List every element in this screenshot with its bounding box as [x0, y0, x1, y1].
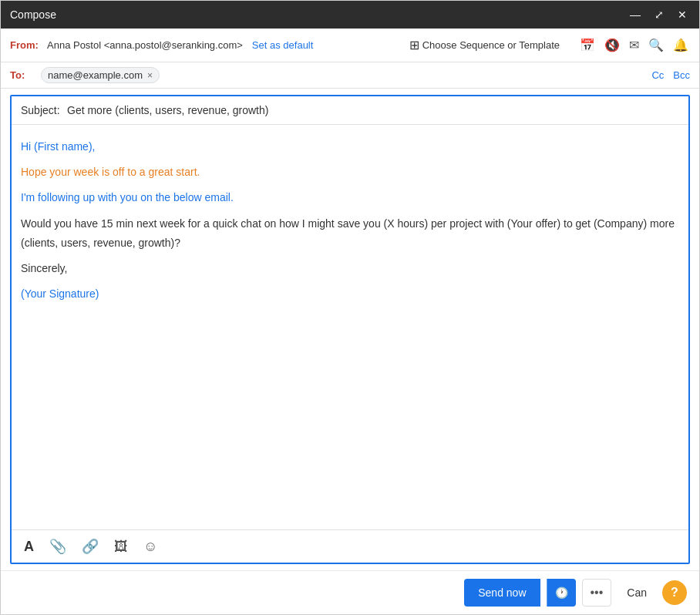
hope-line: Hope your week is off to a great start. [21, 163, 679, 182]
window-title: Compose [10, 8, 56, 21]
sequence-template-button[interactable]: ⊞ Choose Sequence or Template [403, 35, 566, 55]
formatting-toolbar: A 📎 🔗 🖼 ☺ [12, 529, 688, 563]
to-row: To: name@example.com × Cc Bcc [1, 62, 699, 89]
attach-button[interactable]: 📎 [46, 536, 69, 556]
recipient-chip: name@example.com × [41, 67, 160, 83]
set-as-default-link[interactable]: Set as default [252, 39, 314, 51]
cc-button[interactable]: Cc [651, 69, 664, 81]
notification-icon[interactable]: 🔔 [671, 36, 690, 54]
window-controls: — ⤢ ✕ [627, 8, 690, 22]
font-button[interactable]: A [21, 537, 37, 556]
to-label: To: [10, 69, 41, 81]
greeting-line: Hi (First name), [21, 137, 679, 156]
bcc-button[interactable]: Bcc [673, 69, 690, 81]
compose-window: Compose — ⤢ ✕ From: Anna Postol <anna.po… [0, 0, 700, 615]
maximize-button[interactable]: ⤢ [651, 8, 667, 22]
send-now-button[interactable]: Send now [464, 579, 540, 607]
font-icon: A [24, 539, 34, 555]
help-badge[interactable]: ? [662, 580, 687, 605]
stack-icon: ⊞ [409, 38, 419, 52]
from-label: From: [10, 39, 41, 51]
bottom-bar: Send now 🕐 ••• Can ? [1, 570, 699, 614]
subject-label: Subject: [21, 104, 67, 116]
minimize-button[interactable]: — [627, 8, 644, 22]
email-body-content[interactable]: Hi (First name), Hope your week is off t… [12, 125, 688, 529]
sincerely-line: Sincerely, [21, 259, 679, 278]
question-line: Would you have 15 min next week for a qu… [21, 214, 679, 253]
search-icon[interactable]: 🔍 [647, 36, 665, 54]
cc-bcc-controls: Cc Bcc [651, 69, 690, 81]
close-button[interactable]: ✕ [675, 8, 690, 22]
emoji-button[interactable]: ☺ [140, 537, 160, 556]
link-icon: 🔗 [82, 538, 99, 555]
remove-recipient-button[interactable]: × [147, 70, 153, 81]
header-icons: 📅 🔇 ✉ 🔍 🔔 [578, 36, 690, 54]
signature-line: (Your Signature) [21, 284, 679, 304]
subject-input[interactable] [67, 104, 679, 116]
image-button[interactable]: 🖼 [111, 537, 131, 556]
followup-line: I'm following up with you on the below e… [21, 188, 679, 207]
mute-icon[interactable]: 🔇 [603, 36, 621, 54]
email-body-area: Subject: Hi (First name), Hope your week… [10, 95, 690, 564]
from-address: Anna Postol <anna.postol@seranking.com> [47, 39, 243, 51]
recipient-email: name@example.com [48, 69, 143, 81]
schedule-clock-icon: 🕐 [555, 586, 568, 599]
emoji-icon: ☺ [143, 539, 157, 555]
title-bar: Compose — ⤢ ✕ [1, 1, 699, 29]
calendar-icon[interactable]: 📅 [578, 36, 597, 54]
cancel-button[interactable]: Can [618, 580, 656, 605]
sequence-template-label: Choose Sequence or Template [422, 39, 560, 51]
help-icon: ? [671, 586, 678, 600]
from-row: From: Anna Postol <anna.postol@seranking… [1, 29, 699, 62]
attach-icon: 📎 [49, 538, 66, 555]
link-button[interactable]: 🔗 [79, 536, 102, 556]
subject-row: Subject: [12, 96, 688, 125]
send-more-options-button[interactable]: ••• [582, 579, 612, 607]
image-icon: 🖼 [114, 539, 128, 555]
send-schedule-button[interactable]: 🕐 [547, 579, 576, 607]
mail-icon[interactable]: ✉ [628, 36, 641, 54]
